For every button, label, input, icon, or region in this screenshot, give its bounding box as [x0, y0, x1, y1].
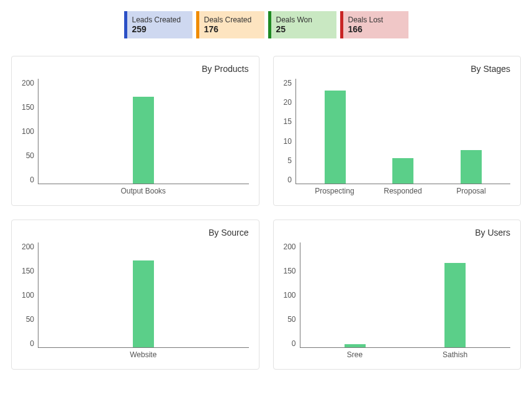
bar-slot [301, 91, 369, 184]
y-tick: 5 [287, 156, 292, 165]
y-tick: 10 [284, 137, 292, 146]
x-axis: SreeSathish [300, 348, 510, 359]
stat-value: 259 [132, 24, 187, 34]
stat-card-leads-created[interactable]: Leads Created 259 [124, 11, 192, 38]
bar-slot [437, 150, 505, 184]
y-tick: 100 [22, 127, 34, 136]
x-tick: Responded [369, 187, 437, 195]
x-tick: Website [43, 350, 243, 359]
y-tick: 50 [287, 315, 295, 324]
stat-value: 176 [204, 24, 259, 34]
x-axis: Output Books [38, 184, 248, 195]
y-tick: 0 [30, 339, 34, 348]
x-tick: Sathish [405, 350, 505, 359]
stat-card-deals-won[interactable]: Deals Won 25 [268, 11, 336, 38]
y-axis: 200150100500 [22, 79, 38, 184]
stats-row: Leads Created 259 Deals Created 176 Deal… [11, 11, 521, 38]
y-tick: 200 [284, 242, 296, 251]
x-tick: Output Books [43, 187, 243, 195]
stat-body: Deals Created 176 [199, 11, 264, 38]
plot-area [38, 242, 248, 348]
y-tick: 0 [30, 176, 34, 184]
stat-card-deals-lost[interactable]: Deals Lost 166 [340, 11, 408, 38]
y-tick: 100 [22, 291, 34, 300]
y-tick: 100 [284, 291, 296, 300]
chart-title: By Users [284, 228, 511, 238]
chart-by-users: By Users 200150100500 SreeSathish [273, 220, 521, 370]
stat-value: 25 [276, 24, 331, 34]
stat-body: Leads Created 259 [127, 11, 192, 38]
bar[interactable] [392, 158, 413, 184]
stat-label: Leads Created [132, 16, 187, 24]
x-axis: ProspectingRespondedProposal [295, 184, 510, 195]
bar-slot [369, 158, 438, 184]
bar[interactable] [325, 91, 346, 184]
x-tick: Prospecting [300, 187, 369, 195]
y-tick: 0 [292, 339, 296, 348]
y-tick: 25 [284, 79, 292, 87]
y-tick: 150 [284, 267, 296, 275]
stat-card-deals-created[interactable]: Deals Created 176 [196, 11, 264, 38]
stat-label: Deals Won [276, 16, 331, 24]
bar[interactable] [444, 263, 466, 347]
bar-slot [43, 260, 243, 347]
plot-area [300, 242, 510, 348]
y-axis: 200150100500 [284, 242, 300, 348]
charts-grid: By Products 200150100500 Output Books By… [11, 56, 521, 370]
stat-value: 166 [348, 24, 404, 34]
x-tick: Sree [305, 350, 405, 359]
chart-by-products: By Products 200150100500 Output Books [11, 56, 259, 206]
stat-body: Deals Lost 166 [343, 11, 408, 38]
y-axis: 200150100500 [22, 242, 38, 348]
y-axis: 2520151050 [284, 79, 295, 184]
y-tick: 20 [284, 98, 292, 107]
y-tick: 50 [26, 151, 34, 160]
bar-slot [43, 97, 243, 184]
bar-slot [405, 263, 505, 347]
chart-by-source: By Source 200150100500 Website [11, 220, 259, 370]
y-tick: 50 [26, 315, 34, 324]
bar[interactable] [461, 150, 482, 184]
y-tick: 150 [22, 103, 34, 112]
x-tick: Proposal [437, 187, 505, 195]
y-tick: 0 [287, 176, 292, 184]
bar-slot [305, 344, 405, 347]
bar[interactable] [133, 97, 154, 184]
x-axis: Website [38, 348, 248, 359]
y-tick: 200 [22, 242, 34, 251]
bar[interactable] [133, 260, 154, 347]
chart-title: By Products [22, 64, 249, 74]
stat-label: Deals Lost [348, 16, 404, 24]
y-tick: 15 [284, 117, 292, 126]
y-tick: 150 [22, 267, 34, 275]
stat-label: Deals Created [204, 16, 259, 24]
stat-body: Deals Won 25 [271, 11, 336, 38]
bar[interactable] [345, 344, 366, 347]
y-tick: 200 [22, 79, 34, 87]
plot-area [295, 79, 510, 184]
chart-title: By Source [22, 228, 249, 238]
chart-by-stages: By Stages 2520151050 ProspectingResponde… [273, 56, 521, 206]
plot-area [38, 79, 248, 184]
chart-title: By Stages [284, 64, 511, 74]
